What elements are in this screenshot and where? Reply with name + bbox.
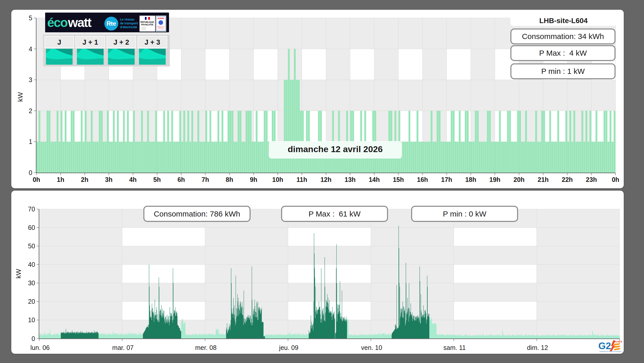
- svg-text:dim. 12: dim. 12: [527, 344, 548, 351]
- svg-text:TRANSITION: TRANSITION: [158, 27, 164, 28]
- svg-text:Optimisation des ressources én: Optimisation des ressources énergétiques: [599, 351, 621, 352]
- svg-text:mar. 07: mar. 07: [112, 344, 134, 351]
- svg-text:60: 60: [28, 224, 35, 231]
- svg-text:RÉPUBLIQUE: RÉPUBLIQUE: [140, 21, 154, 23]
- svg-text:FRANCE: FRANCE: [613, 340, 622, 343]
- svg-text:3h: 3h: [105, 176, 113, 183]
- svg-text:dimanche 12 avril 2026: dimanche 12 avril 2026: [288, 144, 383, 154]
- svg-text:P Max : 61 kW: P Max : 61 kW: [309, 210, 361, 218]
- svg-text:30: 30: [28, 279, 35, 287]
- svg-text:19h: 19h: [489, 176, 500, 183]
- svg-text:40: 40: [28, 261, 35, 268]
- svg-text:de transport: de transport: [120, 22, 138, 25]
- svg-text:9h: 9h: [250, 176, 257, 183]
- svg-text:18h: 18h: [465, 176, 476, 183]
- svg-text:ÉCOLOGIQUE: ÉCOLOGIQUE: [158, 28, 164, 30]
- svg-text:2: 2: [29, 107, 32, 114]
- svg-text:20: 20: [28, 298, 35, 305]
- svg-text:ven. 10: ven. 10: [361, 344, 382, 351]
- svg-text:lun. 06: lun. 06: [30, 344, 49, 351]
- svg-text:0h: 0h: [33, 176, 40, 183]
- svg-text:3: 3: [29, 76, 32, 83]
- svg-text:70: 70: [28, 205, 35, 213]
- svg-text:21h: 21h: [538, 176, 549, 183]
- svg-text:4: 4: [29, 45, 32, 53]
- svg-text:1: 1: [29, 138, 32, 145]
- svg-text:20h: 20h: [513, 176, 524, 183]
- svg-text:4h: 4h: [129, 176, 137, 183]
- svg-text:J + 1: J + 1: [83, 38, 98, 46]
- svg-text:22h: 22h: [562, 176, 573, 183]
- svg-text:15h: 15h: [393, 176, 404, 183]
- svg-text:0: 0: [29, 169, 32, 176]
- svg-text:Consommation: 34 kWh: Consommation: 34 kWh: [522, 32, 604, 41]
- svg-text:ADEME: ADEME: [157, 17, 164, 19]
- svg-text:jeu. 09: jeu. 09: [279, 344, 298, 351]
- svg-text:50: 50: [28, 242, 35, 250]
- svg-text:AGENCE DE LA: AGENCE DE LA: [157, 26, 164, 27]
- svg-text:5h: 5h: [153, 176, 161, 183]
- svg-text:10h: 10h: [272, 176, 283, 183]
- svg-text:7h: 7h: [202, 176, 209, 183]
- svg-text:11h: 11h: [296, 176, 307, 183]
- svg-text:d'électricité: d'électricité: [120, 25, 137, 29]
- svg-text:2h: 2h: [81, 176, 88, 183]
- svg-text:watt: watt: [68, 15, 92, 30]
- svg-text:P min : 1 kW: P min : 1 kW: [541, 67, 585, 75]
- svg-text:kW: kW: [16, 92, 24, 102]
- svg-text:LHB-site-L604: LHB-site-L604: [539, 17, 588, 25]
- svg-text:J: J: [57, 38, 61, 46]
- svg-text:23h: 23h: [586, 176, 597, 183]
- svg-text:Consommation: 786 kWh: Consommation: 786 kWh: [154, 210, 240, 218]
- svg-text:G2: G2: [598, 341, 611, 351]
- svg-text:P Max : 4 kW: P Max : 4 kW: [539, 49, 587, 57]
- svg-text:8h: 8h: [226, 176, 233, 183]
- svg-text:12h: 12h: [320, 176, 331, 183]
- svg-text:J + 3: J + 3: [145, 38, 160, 46]
- svg-text:16h: 16h: [417, 176, 428, 183]
- svg-text:14h: 14h: [369, 176, 380, 183]
- svg-text:sam. 11: sam. 11: [443, 344, 466, 351]
- svg-text:P min : 0 kW: P min : 0 kW: [443, 210, 487, 218]
- svg-text:FRANÇAISE: FRANÇAISE: [141, 24, 153, 26]
- svg-text:6h: 6h: [177, 176, 185, 183]
- svg-text:Le réseau: Le réseau: [120, 18, 134, 21]
- svg-text:kW: kW: [15, 269, 22, 279]
- svg-text:17h: 17h: [441, 176, 452, 183]
- svg-text:0h: 0h: [612, 176, 619, 183]
- svg-text:5: 5: [29, 14, 32, 22]
- svg-text:0: 0: [32, 335, 35, 342]
- svg-text:13h: 13h: [345, 176, 356, 183]
- svg-text:10: 10: [28, 316, 35, 323]
- svg-text:mer. 08: mer. 08: [195, 344, 216, 351]
- svg-text:J + 2: J + 2: [114, 38, 129, 46]
- svg-text:éco: éco: [47, 15, 68, 30]
- svg-text:1h: 1h: [57, 176, 64, 183]
